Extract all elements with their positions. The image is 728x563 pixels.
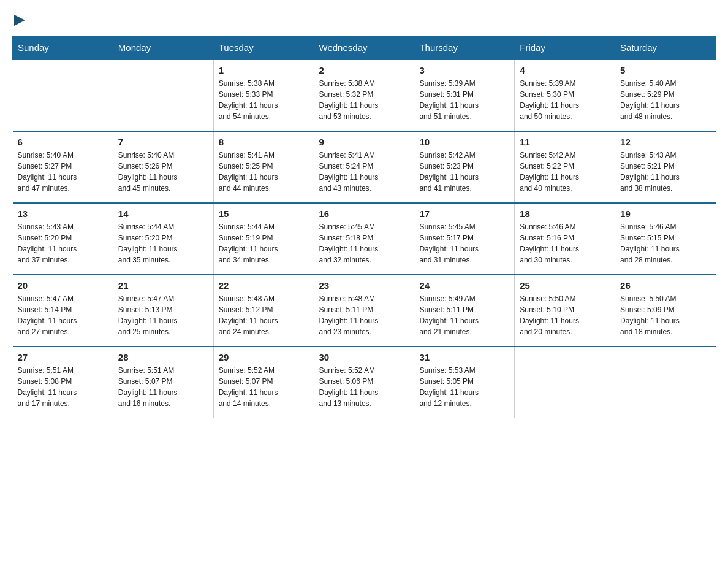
- calendar-cell: 29Sunrise: 5:52 AMSunset: 5:07 PMDayligh…: [213, 347, 314, 418]
- day-number: 20: [18, 280, 108, 291]
- day-info: Sunrise: 5:50 AMSunset: 5:09 PMDaylight:…: [620, 293, 710, 337]
- day-info: Sunrise: 5:52 AMSunset: 5:07 PMDaylight:…: [219, 365, 309, 409]
- day-number: 25: [520, 280, 610, 291]
- page-header: [12, 12, 716, 26]
- calendar-cell: 21Sunrise: 5:47 AMSunset: 5:13 PMDayligh…: [113, 275, 213, 347]
- day-info: Sunrise: 5:41 AMSunset: 5:24 PMDaylight:…: [319, 150, 409, 194]
- calendar-cell: 3Sunrise: 5:39 AMSunset: 5:31 PMDaylight…: [414, 59, 515, 131]
- week-row-2: 6Sunrise: 5:40 AMSunset: 5:27 PMDaylight…: [13, 131, 716, 203]
- calendar-cell: 11Sunrise: 5:42 AMSunset: 5:22 PMDayligh…: [515, 131, 615, 203]
- calendar-cell: 19Sunrise: 5:46 AMSunset: 5:15 PMDayligh…: [615, 203, 716, 275]
- calendar-cell: 17Sunrise: 5:45 AMSunset: 5:17 PMDayligh…: [414, 203, 515, 275]
- header-day-tuesday: Tuesday: [213, 36, 314, 60]
- day-number: 7: [118, 137, 208, 147]
- header-day-friday: Friday: [515, 36, 615, 60]
- calendar-cell: [13, 59, 113, 131]
- svg-marker-0: [14, 15, 25, 26]
- header-day-monday: Monday: [113, 36, 213, 60]
- calendar-cell: 31Sunrise: 5:53 AMSunset: 5:05 PMDayligh…: [414, 347, 515, 418]
- day-info: Sunrise: 5:39 AMSunset: 5:30 PMDaylight:…: [520, 78, 610, 122]
- calendar-cell: 14Sunrise: 5:44 AMSunset: 5:20 PMDayligh…: [113, 203, 213, 275]
- calendar-body: 1Sunrise: 5:38 AMSunset: 5:33 PMDaylight…: [13, 59, 716, 418]
- calendar-cell: 1Sunrise: 5:38 AMSunset: 5:33 PMDaylight…: [213, 59, 314, 131]
- calendar-cell: 28Sunrise: 5:51 AMSunset: 5:07 PMDayligh…: [113, 347, 213, 418]
- day-info: Sunrise: 5:45 AMSunset: 5:17 PMDaylight:…: [419, 221, 509, 266]
- calendar-cell: 30Sunrise: 5:52 AMSunset: 5:06 PMDayligh…: [314, 347, 414, 418]
- day-info: Sunrise: 5:41 AMSunset: 5:25 PMDaylight:…: [219, 150, 309, 194]
- header-day-thursday: Thursday: [414, 36, 515, 60]
- day-info: Sunrise: 5:38 AMSunset: 5:33 PMDaylight:…: [219, 78, 309, 122]
- day-number: 12: [620, 137, 710, 147]
- day-info: Sunrise: 5:45 AMSunset: 5:18 PMDaylight:…: [319, 221, 409, 266]
- calendar-cell: 15Sunrise: 5:44 AMSunset: 5:19 PMDayligh…: [213, 203, 314, 275]
- day-number: 24: [419, 280, 509, 291]
- calendar-cell: 6Sunrise: 5:40 AMSunset: 5:27 PMDaylight…: [13, 131, 113, 203]
- day-info: Sunrise: 5:40 AMSunset: 5:27 PMDaylight:…: [18, 150, 108, 194]
- day-info: Sunrise: 5:46 AMSunset: 5:15 PMDaylight:…: [620, 221, 710, 266]
- day-number: 10: [419, 137, 509, 147]
- day-info: Sunrise: 5:49 AMSunset: 5:11 PMDaylight:…: [419, 293, 509, 337]
- logo: [12, 12, 28, 26]
- day-number: 31: [419, 352, 509, 362]
- header-day-saturday: Saturday: [615, 36, 716, 60]
- day-number: 19: [620, 209, 710, 219]
- day-info: Sunrise: 5:46 AMSunset: 5:16 PMDaylight:…: [520, 221, 610, 266]
- day-number: 14: [118, 209, 208, 219]
- day-number: 1: [219, 65, 309, 75]
- day-info: Sunrise: 5:43 AMSunset: 5:20 PMDaylight:…: [18, 221, 108, 266]
- day-number: 30: [319, 352, 409, 362]
- day-number: 4: [520, 65, 610, 75]
- calendar-header: SundayMondayTuesdayWednesdayThursdayFrid…: [13, 36, 716, 60]
- day-number: 18: [520, 209, 610, 219]
- day-number: 17: [419, 209, 509, 219]
- logo-arrow-icon: [14, 13, 28, 27]
- day-info: Sunrise: 5:39 AMSunset: 5:31 PMDaylight:…: [419, 78, 509, 122]
- calendar-cell: 18Sunrise: 5:46 AMSunset: 5:16 PMDayligh…: [515, 203, 615, 275]
- day-info: Sunrise: 5:43 AMSunset: 5:21 PMDaylight:…: [620, 150, 710, 194]
- day-number: 28: [118, 352, 208, 362]
- day-info: Sunrise: 5:52 AMSunset: 5:06 PMDaylight:…: [319, 365, 409, 409]
- calendar-cell: 12Sunrise: 5:43 AMSunset: 5:21 PMDayligh…: [615, 131, 716, 203]
- calendar-cell: 4Sunrise: 5:39 AMSunset: 5:30 PMDaylight…: [515, 59, 615, 131]
- day-number: 26: [620, 280, 710, 291]
- day-number: 11: [520, 137, 610, 147]
- day-number: 13: [18, 209, 108, 219]
- calendar-cell: 8Sunrise: 5:41 AMSunset: 5:25 PMDaylight…: [213, 131, 314, 203]
- day-number: 21: [118, 280, 208, 291]
- day-info: Sunrise: 5:50 AMSunset: 5:10 PMDaylight:…: [520, 293, 610, 337]
- day-number: 9: [319, 137, 409, 147]
- day-number: 22: [219, 280, 309, 291]
- day-info: Sunrise: 5:40 AMSunset: 5:26 PMDaylight:…: [118, 150, 208, 194]
- day-number: 29: [219, 352, 309, 362]
- calendar-cell: 27Sunrise: 5:51 AMSunset: 5:08 PMDayligh…: [13, 347, 113, 418]
- day-info: Sunrise: 5:38 AMSunset: 5:32 PMDaylight:…: [319, 78, 409, 122]
- header-row: SundayMondayTuesdayWednesdayThursdayFrid…: [13, 36, 716, 60]
- day-info: Sunrise: 5:53 AMSunset: 5:05 PMDaylight:…: [419, 365, 509, 409]
- calendar-cell: 24Sunrise: 5:49 AMSunset: 5:11 PMDayligh…: [414, 275, 515, 347]
- week-row-5: 27Sunrise: 5:51 AMSunset: 5:08 PMDayligh…: [13, 347, 716, 418]
- day-info: Sunrise: 5:51 AMSunset: 5:07 PMDaylight:…: [118, 365, 208, 409]
- week-row-3: 13Sunrise: 5:43 AMSunset: 5:20 PMDayligh…: [13, 203, 716, 275]
- calendar-cell: 5Sunrise: 5:40 AMSunset: 5:29 PMDaylight…: [615, 59, 716, 131]
- week-row-4: 20Sunrise: 5:47 AMSunset: 5:14 PMDayligh…: [13, 275, 716, 347]
- day-info: Sunrise: 5:40 AMSunset: 5:29 PMDaylight:…: [620, 78, 710, 122]
- calendar-cell: 7Sunrise: 5:40 AMSunset: 5:26 PMDaylight…: [113, 131, 213, 203]
- calendar-cell: 20Sunrise: 5:47 AMSunset: 5:14 PMDayligh…: [13, 275, 113, 347]
- day-number: 27: [18, 352, 108, 362]
- calendar-cell: 10Sunrise: 5:42 AMSunset: 5:23 PMDayligh…: [414, 131, 515, 203]
- calendar-table: SundayMondayTuesdayWednesdayThursdayFrid…: [12, 36, 716, 418]
- day-info: Sunrise: 5:48 AMSunset: 5:11 PMDaylight:…: [319, 293, 409, 337]
- calendar-cell: [515, 347, 615, 418]
- day-number: 6: [18, 137, 108, 147]
- calendar-cell: 16Sunrise: 5:45 AMSunset: 5:18 PMDayligh…: [314, 203, 414, 275]
- day-info: Sunrise: 5:48 AMSunset: 5:12 PMDaylight:…: [219, 293, 309, 337]
- day-info: Sunrise: 5:51 AMSunset: 5:08 PMDaylight:…: [18, 365, 108, 409]
- calendar-cell: 23Sunrise: 5:48 AMSunset: 5:11 PMDayligh…: [314, 275, 414, 347]
- header-day-wednesday: Wednesday: [314, 36, 414, 60]
- day-number: 8: [219, 137, 309, 147]
- day-info: Sunrise: 5:47 AMSunset: 5:13 PMDaylight:…: [118, 293, 208, 337]
- calendar-cell: 22Sunrise: 5:48 AMSunset: 5:12 PMDayligh…: [213, 275, 314, 347]
- calendar-cell: 2Sunrise: 5:38 AMSunset: 5:32 PMDaylight…: [314, 59, 414, 131]
- day-info: Sunrise: 5:47 AMSunset: 5:14 PMDaylight:…: [18, 293, 108, 337]
- calendar-cell: 26Sunrise: 5:50 AMSunset: 5:09 PMDayligh…: [615, 275, 716, 347]
